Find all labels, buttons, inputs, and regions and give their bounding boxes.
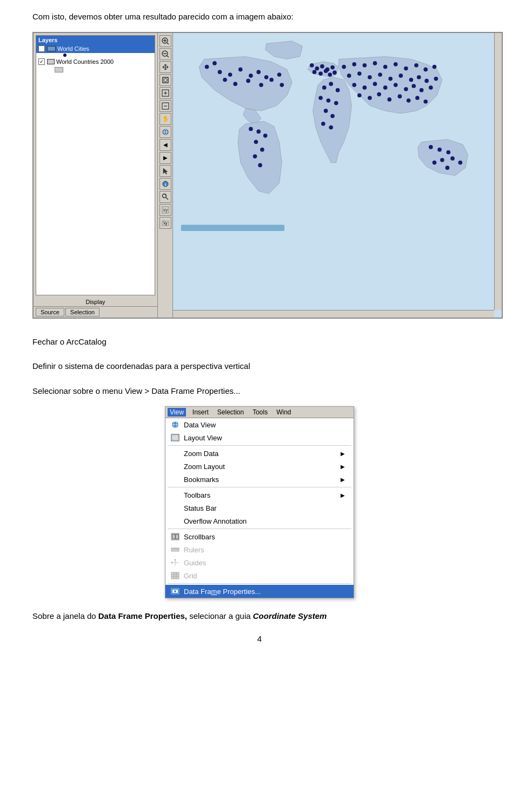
menu-data-frame-properties[interactable]: Data Frame Properties... [165, 585, 354, 598]
svg-point-87 [394, 83, 398, 87]
menu-overflow-annotation[interactable]: Overflow Annotation [165, 514, 354, 527]
data-view-icon [170, 420, 181, 429]
menu-zoom-data-label: Zoom Data [184, 450, 341, 458]
svg-point-41 [205, 64, 209, 69]
svg-point-8 [164, 78, 167, 82]
svg-text:i: i [164, 182, 165, 187]
menubar-selection[interactable]: Selection [215, 408, 246, 417]
svg-point-81 [424, 78, 429, 83]
tab-selection[interactable]: Selection [65, 308, 99, 316]
svg-point-33 [264, 75, 269, 79]
menu-data-view[interactable]: Data View [165, 418, 354, 431]
footer-bold2: Coordinate System [253, 611, 327, 620]
pan-tool[interactable] [159, 61, 171, 73]
menu-toolbars[interactable]: Toolbars ▶ [165, 488, 354, 501]
svg-rect-121 [172, 435, 178, 440]
menubar-insert[interactable]: Insert [190, 408, 211, 417]
menu-rulers-label: Rulers [184, 546, 345, 554]
svg-point-59 [324, 109, 328, 113]
forward-tool[interactable]: ▶ [159, 152, 171, 164]
zoom-out-tool[interactable] [159, 48, 171, 60]
find-tool[interactable] [159, 191, 171, 203]
svg-point-56 [318, 96, 323, 100]
menubar-tools[interactable]: Tools [250, 408, 270, 417]
grid-icon [170, 571, 181, 580]
menu-data-frame-properties-label: Data Frame Properties... [184, 587, 345, 596]
svg-point-62 [329, 125, 333, 129]
svg-point-110 [440, 157, 444, 162]
menu-zoom-layout[interactable]: Zoom Layout ▶ [165, 460, 354, 473]
identify-tool[interactable]: xy [159, 204, 171, 216]
section2-text: Definir o sistema de coordenadas para a … [32, 359, 487, 373]
svg-point-32 [256, 70, 261, 74]
separator3 [168, 529, 351, 529]
svg-point-85 [373, 82, 377, 86]
svg-point-107 [429, 145, 433, 149]
full-extent-tool[interactable] [159, 74, 171, 86]
layer1-label: World Cities [57, 45, 89, 52]
menu-grid[interactable]: Grid [165, 569, 354, 582]
svg-point-95 [387, 97, 391, 102]
menubar-wind[interactable]: Wind [274, 408, 293, 417]
svg-point-39 [277, 72, 282, 77]
layers-title: Layers [36, 36, 155, 44]
svg-point-21 [165, 194, 166, 195]
svg-line-1 [167, 43, 169, 44]
svg-point-61 [321, 122, 325, 126]
hand-tool[interactable]: ✋ [159, 113, 171, 125]
svg-point-43 [310, 63, 314, 67]
svg-point-82 [434, 76, 438, 81]
svg-point-100 [249, 127, 253, 131]
svg-point-55 [336, 88, 340, 92]
menu-zoom-data[interactable]: Zoom Data ▶ [165, 447, 354, 460]
select-tool[interactable] [159, 165, 171, 177]
svg-text:xy: xy [163, 221, 168, 226]
menu-layout-view[interactable]: Layout View [165, 431, 354, 444]
info-tool[interactable]: i [159, 178, 171, 190]
zoom-in-fixed-tool[interactable] [159, 87, 171, 99]
svg-point-48 [312, 70, 317, 74]
svg-point-79 [409, 77, 414, 82]
overflow-annotation-icon [170, 517, 181, 525]
coords-tool[interactable]: xy [159, 217, 171, 229]
svg-point-66 [373, 61, 377, 65]
zoom-out-fixed-tool[interactable] [159, 100, 171, 112]
menu-bookmarks[interactable]: Bookmarks ▶ [165, 473, 354, 486]
layer-world-countries: ✓ World Countries 2000 [36, 57, 155, 66]
menu-status-bar[interactable]: Status Bar [165, 501, 354, 514]
svg-point-29 [228, 72, 232, 77]
layer1-icon [47, 46, 56, 51]
svg-point-141 [174, 590, 176, 592]
menu-rulers[interactable]: Rulers [165, 543, 354, 556]
svg-point-114 [445, 166, 450, 170]
menu-guides-label: Guides [184, 559, 345, 567]
world-map-svg [178, 38, 489, 235]
scrollbars-icon [170, 532, 181, 541]
map-scrollbar-bottom[interactable] [173, 310, 494, 318]
svg-line-20 [166, 197, 168, 200]
menu-scrollbars-label: Scrollbars [184, 533, 345, 541]
svg-point-71 [423, 67, 428, 71]
section3-text: Selecionar sobre o menu View > Data Fram… [32, 384, 487, 398]
intro-text: Com isto, devemos obter uma resultado pa… [32, 11, 487, 23]
zoom-layout-icon [170, 462, 181, 471]
svg-point-89 [411, 84, 416, 88]
display-label: Display [34, 298, 157, 306]
menu-guides[interactable]: Guides [165, 556, 354, 569]
svg-point-42 [212, 61, 217, 65]
svg-point-102 [263, 134, 268, 138]
svg-point-105 [253, 154, 257, 159]
menu-scrollbars[interactable]: Scrollbars [165, 530, 354, 543]
layers-panel: Layers ✓ World Cities ✓ World Countries … [36, 35, 155, 295]
section1-text: Fechar o ArcCatalog [32, 335, 487, 349]
svg-point-35 [233, 82, 237, 86]
svg-point-97 [407, 98, 411, 102]
tab-source[interactable]: Source [36, 308, 64, 316]
back-tool[interactable]: ◀ [159, 139, 171, 151]
svg-text:xy: xy [163, 207, 168, 213]
svg-point-83 [352, 83, 356, 87]
map-scrollbar-right[interactable] [494, 33, 502, 310]
globe-tool[interactable] [159, 126, 171, 138]
menubar-view[interactable]: View [168, 408, 186, 417]
zoom-in-tool[interactable] [159, 35, 171, 47]
